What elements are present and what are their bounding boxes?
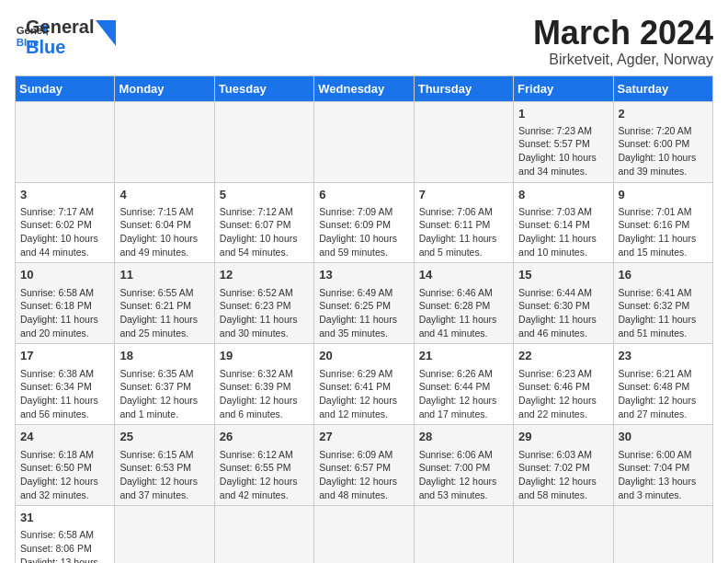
day-info: Daylight: 11 hours and 46 minutes. [518,313,608,339]
day-info: Daylight: 12 hours and 12 minutes. [319,394,408,420]
logo-general-text: General [26,17,94,37]
day-info: Sunrise: 7:06 AM [419,205,508,219]
day-info: Sunset: 6:11 PM [419,218,508,232]
day-info: Daylight: 11 hours and 56 minutes. [20,394,109,420]
calendar-cell: 28Sunrise: 6:06 AMSunset: 7:00 PMDayligh… [414,425,513,506]
calendar-cell: 5Sunrise: 7:12 AMSunset: 6:07 PMDaylight… [214,182,313,263]
calendar-week-row: 17Sunrise: 6:38 AMSunset: 6:34 PMDayligh… [16,344,713,425]
day-info: Sunrise: 7:15 AM [119,205,209,219]
day-info: Daylight: 12 hours and 58 minutes. [518,475,608,501]
day-number: 27 [319,429,408,445]
day-number: 7 [419,187,508,203]
day-info: Sunrise: 6:58 AM [20,286,109,300]
calendar-cell [115,506,214,563]
day-number: 15 [518,267,608,283]
calendar-cell: 30Sunrise: 6:00 AMSunset: 7:04 PMDayligh… [613,425,712,506]
calendar-cell: 12Sunrise: 6:52 AMSunset: 6:23 PMDayligh… [214,263,313,344]
day-info: Sunset: 7:00 PM [419,461,508,475]
day-info: Daylight: 12 hours and 22 minutes. [518,394,608,420]
day-info: Sunrise: 6:29 AM [319,367,408,381]
day-info: Sunrise: 7:17 AM [20,205,109,219]
calendar-cell: 22Sunrise: 6:23 AMSunset: 6:46 PMDayligh… [514,344,613,425]
calendar-title: March 2024 [533,15,713,52]
calendar-cell: 3Sunrise: 7:17 AMSunset: 6:02 PMDaylight… [16,182,115,263]
day-info: Sunrise: 6:23 AM [518,367,608,381]
calendar-cell: 17Sunrise: 6:38 AMSunset: 6:34 PMDayligh… [16,344,115,425]
day-number: 23 [619,348,708,364]
weekday-header-friday: Friday [514,75,613,101]
calendar-cell: 9Sunrise: 7:01 AMSunset: 6:16 PMDaylight… [613,182,712,263]
weekday-header-wednesday: Wednesday [314,75,414,101]
calendar-cell: 21Sunrise: 6:26 AMSunset: 6:44 PMDayligh… [414,344,513,425]
day-info: Daylight: 12 hours and 42 minutes. [220,475,309,501]
header: General Blue General Blue March 2024 Bir… [15,15,713,68]
day-number: 5 [220,187,309,203]
calendar-cell: 24Sunrise: 6:18 AMSunset: 6:50 PMDayligh… [16,425,115,506]
day-info: Daylight: 13 hours and 3 minutes. [619,475,708,501]
day-info: Sunset: 6:55 PM [220,461,309,475]
day-number: 6 [319,187,408,203]
day-info: Sunset: 6:00 PM [619,137,708,151]
calendar-cell [613,506,712,563]
calendar-cell: 15Sunrise: 6:44 AMSunset: 6:30 PMDayligh… [514,263,613,344]
day-info: Sunset: 6:25 PM [319,299,408,313]
weekday-header-monday: Monday [115,75,214,101]
logo-blue-text: Blue [26,37,94,57]
svg-marker-3 [96,20,116,46]
day-info: Sunset: 6:04 PM [119,218,209,232]
day-number: 20 [319,348,408,364]
calendar-cell [414,101,513,182]
day-info: Daylight: 10 hours and 54 minutes. [220,232,309,259]
day-number: 9 [619,187,708,203]
day-number: 22 [518,348,608,364]
logo: General Blue General Blue [15,15,116,57]
day-number: 14 [419,267,508,283]
day-info: Sunrise: 6:15 AM [119,448,209,462]
day-info: Daylight: 11 hours and 30 minutes. [220,313,309,339]
calendar-cell: 13Sunrise: 6:49 AMSunset: 6:25 PMDayligh… [314,263,414,344]
day-info: Sunrise: 6:44 AM [518,286,608,300]
day-info: Daylight: 11 hours and 20 minutes. [20,313,109,339]
day-info: Sunrise: 6:00 AM [619,448,708,462]
day-info: Sunrise: 6:06 AM [419,448,508,462]
calendar-cell: 14Sunrise: 6:46 AMSunset: 6:28 PMDayligh… [414,263,513,344]
calendar-week-row: 31Sunrise: 6:58 AMSunset: 8:06 PMDayligh… [16,506,713,563]
calendar-cell [115,101,214,182]
day-info: Sunrise: 6:49 AM [319,286,408,300]
title-area: March 2024 Birketveit, Agder, Norway [533,15,713,68]
calendar-cell: 2Sunrise: 7:20 AMSunset: 6:00 PMDaylight… [613,101,712,182]
day-number: 24 [20,429,109,445]
day-info: Sunset: 6:39 PM [220,380,309,394]
day-info: Sunset: 6:44 PM [419,380,508,394]
day-info: Sunset: 6:23 PM [220,299,309,313]
day-info: Sunset: 6:37 PM [119,380,209,394]
calendar-cell [16,101,115,182]
calendar-cell: 10Sunrise: 6:58 AMSunset: 6:18 PMDayligh… [16,263,115,344]
day-info: Sunset: 6:50 PM [20,461,109,475]
day-info: Sunset: 6:34 PM [20,380,109,394]
calendar-table: SundayMondayTuesdayWednesdayThursdayFrid… [15,75,713,563]
day-info: Daylight: 12 hours and 17 minutes. [419,394,508,420]
day-info: Sunrise: 6:18 AM [20,448,109,462]
day-info: Daylight: 10 hours and 59 minutes. [319,232,408,259]
calendar-week-row: 1Sunrise: 7:23 AMSunset: 5:57 PMDaylight… [16,101,713,182]
day-info: Sunrise: 7:03 AM [518,205,608,219]
day-number: 16 [619,267,708,283]
day-info: Sunset: 6:30 PM [518,299,608,313]
day-info: Sunset: 6:14 PM [518,218,608,232]
day-info: Sunrise: 6:03 AM [518,448,608,462]
weekday-header-sunday: Sunday [16,75,115,101]
day-info: Sunset: 6:02 PM [20,218,109,232]
day-number: 21 [419,348,508,364]
calendar-cell: 23Sunrise: 6:21 AMSunset: 6:48 PMDayligh… [613,344,712,425]
day-info: Sunset: 6:57 PM [319,461,408,475]
day-info: Daylight: 12 hours and 32 minutes. [20,475,109,501]
day-info: Sunrise: 6:38 AM [20,367,109,381]
day-info: Daylight: 11 hours and 5 minutes. [419,232,508,259]
day-info: Sunset: 8:06 PM [20,542,109,556]
calendar-week-row: 24Sunrise: 6:18 AMSunset: 6:50 PMDayligh… [16,425,713,506]
day-info: Daylight: 12 hours and 1 minute. [119,394,209,420]
calendar-cell [214,101,313,182]
day-info: Daylight: 11 hours and 35 minutes. [319,313,408,339]
day-number: 25 [119,429,209,445]
